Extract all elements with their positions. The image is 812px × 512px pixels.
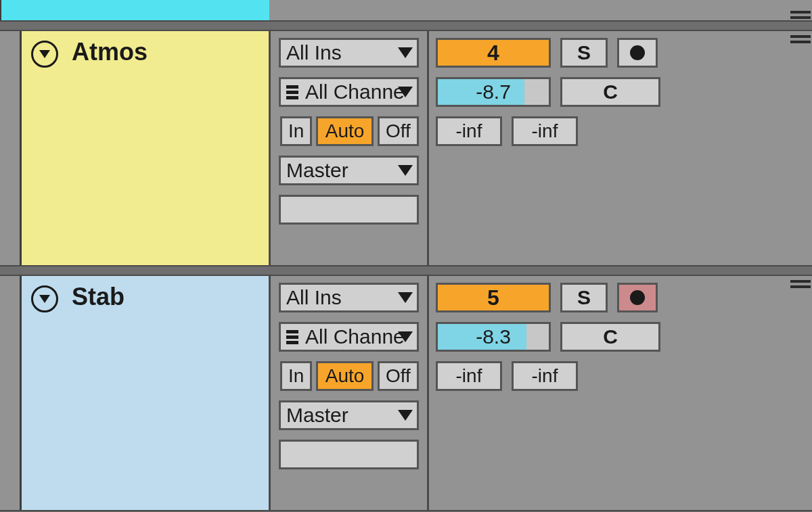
session-io-view: Atmos All Ins All Channe In Auto Off Mas… xyxy=(0,0,812,512)
meter-rail xyxy=(778,31,812,265)
monitor-switch: In Auto Off xyxy=(280,361,419,391)
volume-value: -8.7 xyxy=(438,79,549,105)
chevron-down-icon xyxy=(39,295,50,303)
track-row: Atmos All Ins All Channe In Auto Off Mas… xyxy=(0,31,812,265)
volume-field[interactable]: -8.7 xyxy=(436,77,551,107)
solo-button[interactable]: S xyxy=(560,283,608,312)
output-label: Master xyxy=(286,404,348,427)
monitor-auto-button[interactable]: Auto xyxy=(316,116,374,146)
record-icon xyxy=(629,289,646,306)
input-channel-label: All Channe xyxy=(305,325,405,348)
midi-icon xyxy=(286,85,298,99)
svg-marker-8 xyxy=(398,410,413,421)
mixer-cell: 5 S -8.3 C -inf -inf xyxy=(429,276,778,510)
fold-button[interactable] xyxy=(31,285,58,312)
svg-marker-5 xyxy=(39,295,50,303)
send-a-field[interactable]: -inf xyxy=(436,361,502,391)
svg-point-4 xyxy=(630,45,645,60)
svg-marker-2 xyxy=(398,87,413,97)
io-cell: All Ins All Channe In Auto Off Master xyxy=(271,31,429,265)
output-channel-dropdown[interactable] xyxy=(279,440,419,469)
monitor-in-button[interactable]: In xyxy=(280,361,312,391)
input-source-label: All Ins xyxy=(286,286,342,309)
meter-ticks xyxy=(778,0,812,20)
svg-marker-3 xyxy=(398,165,413,176)
svg-marker-1 xyxy=(398,47,413,58)
send-b-field[interactable]: -inf xyxy=(512,361,578,391)
track-name-label[interactable]: Atmos xyxy=(72,38,148,66)
row-divider xyxy=(0,265,812,276)
fold-button[interactable] xyxy=(31,41,58,68)
monitor-in-button[interactable]: In xyxy=(280,116,312,146)
chevron-down-icon xyxy=(39,50,50,58)
arm-button[interactable] xyxy=(617,283,658,312)
input-source-dropdown[interactable]: All Ins xyxy=(279,283,419,312)
pan-field[interactable]: C xyxy=(560,322,660,352)
input-channel-dropdown[interactable]: All Channe xyxy=(279,77,419,107)
input-channel-label: All Channe xyxy=(305,80,405,103)
monitor-off-button[interactable]: Off xyxy=(378,116,419,146)
svg-marker-7 xyxy=(398,331,413,342)
pan-field[interactable]: C xyxy=(560,77,660,107)
dropdown-caret-icon xyxy=(398,165,413,176)
dropdown-caret-icon xyxy=(398,292,413,303)
output-label: Master xyxy=(286,159,348,182)
row-gutter xyxy=(0,31,22,265)
track-activator[interactable]: 4 xyxy=(436,38,551,68)
volume-field[interactable]: -8.3 xyxy=(436,322,551,352)
svg-marker-0 xyxy=(39,50,50,58)
arm-button[interactable] xyxy=(617,38,658,68)
record-icon xyxy=(629,44,646,62)
track-row: Stab All Ins All Channe In Auto Off Mast… xyxy=(0,276,812,510)
track-activator[interactable]: 5 xyxy=(436,283,551,312)
dropdown-caret-icon xyxy=(398,87,413,97)
input-channel-dropdown[interactable]: All Channe xyxy=(279,322,419,352)
mixer-cell: 4 S -8.7 C -inf -inf xyxy=(429,31,778,265)
track-name-cell[interactable]: Stab xyxy=(22,276,271,510)
track-name-cell[interactable]: Atmos xyxy=(22,31,271,265)
dropdown-caret-icon xyxy=(398,331,413,342)
svg-point-9 xyxy=(630,290,645,305)
output-channel-dropdown[interactable] xyxy=(279,195,419,225)
volume-value: -8.3 xyxy=(438,324,549,350)
track-name-label[interactable]: Stab xyxy=(72,283,125,311)
meter-rail xyxy=(778,276,812,510)
monitor-auto-button[interactable]: Auto xyxy=(316,361,374,391)
solo-button[interactable]: S xyxy=(560,38,608,68)
dropdown-caret-icon xyxy=(398,410,413,421)
output-dropdown[interactable]: Master xyxy=(279,156,419,185)
io-cell: All Ins All Channe In Auto Off Master xyxy=(271,276,429,510)
monitor-switch: In Auto Off xyxy=(280,116,419,146)
output-dropdown[interactable]: Master xyxy=(279,400,419,430)
previous-track-sliver xyxy=(0,0,812,20)
midi-icon xyxy=(286,330,298,344)
row-divider xyxy=(0,20,812,31)
send-a-field[interactable]: -inf xyxy=(436,116,502,146)
input-source-label: All Ins xyxy=(286,41,342,64)
send-b-field[interactable]: -inf xyxy=(512,116,578,146)
previous-track-color[interactable] xyxy=(0,0,269,20)
input-source-dropdown[interactable]: All Ins xyxy=(279,38,419,68)
row-gutter xyxy=(0,276,22,510)
monitor-off-button[interactable]: Off xyxy=(378,361,419,391)
svg-marker-6 xyxy=(398,292,413,303)
dropdown-caret-icon xyxy=(398,47,413,58)
